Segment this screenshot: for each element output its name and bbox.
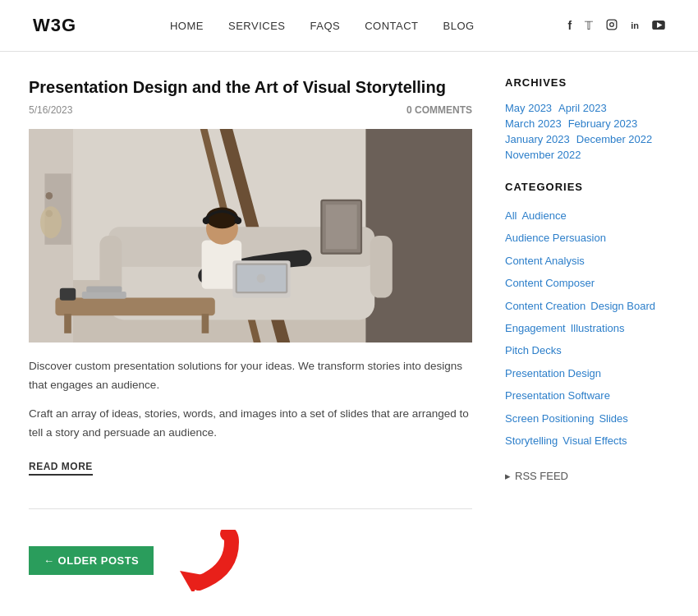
site-header: W3G HOME SERVICES FAQS CONTACT BLOG f 𝕋 … [0,0,698,52]
archive-jan-2023[interactable]: January 2023 [505,133,570,145]
article-title: Presentation Design and the Art of Visua… [29,76,472,98]
older-posts-row: ← OLDER POSTS [29,530,472,591]
cat-visual-effects[interactable]: Visual Effects [563,431,627,450]
cat-presentation-design[interactable]: Presentation Design [505,364,669,383]
youtube-icon[interactable] [652,20,665,32]
svg-point-2 [614,21,615,22]
cat-screen-positioning[interactable]: Screen Positioning [505,409,594,428]
older-posts-button[interactable]: ← OLDER POSTS [29,546,154,575]
nav-blog[interactable]: BLOG [443,20,475,32]
category-links: All Audience Audience Persuasion Content… [505,206,669,450]
read-more-link[interactable]: READ MORE [29,461,93,476]
page-content: Presentation Design and the Art of Visua… [12,52,686,616]
linkedin-icon[interactable]: in [631,21,639,30]
svg-point-12 [46,192,53,200]
article-meta: 5/16/2023 0 COMMENTS [29,104,472,116]
cat-all[interactable]: All [505,206,517,225]
archives-section: ARCHIVES May 2023 April 2023 March 2023 … [505,76,669,161]
svg-point-14 [40,206,62,238]
arrow-decoration [162,530,240,591]
archive-feb-2023[interactable]: February 2023 [568,117,638,130]
nav-faqs[interactable]: FAQS [310,20,341,32]
cat-content-creation[interactable]: Content Creation [505,297,585,315]
cat-content-analysis[interactable]: Content Analysis [505,251,669,270]
main-column: Presentation Design and the Art of Visua… [29,76,472,591]
svg-rect-19 [55,298,214,316]
categories-heading: CATEGORIES [505,181,669,198]
svg-rect-20 [64,314,71,333]
svg-rect-0 [607,20,617,30]
article-comments: 0 COMMENTS [406,104,472,116]
nav-contact[interactable]: CONTACT [365,20,418,32]
svg-point-29 [235,217,242,224]
twitter-icon[interactable]: 𝕋 [585,19,593,32]
cat-content-composer[interactable]: Content Composer [505,274,669,292]
svg-rect-21 [202,314,209,333]
categories-section: CATEGORIES All Audience Audience Persuas… [505,181,669,450]
cat-storytelling[interactable]: Storytelling [505,431,558,450]
article-body-2: Craft an array of ideas, stories, words,… [29,405,472,443]
cat-illustrations[interactable]: Illustrations [571,319,625,338]
nav-services[interactable]: SERVICES [228,20,286,32]
social-links: f 𝕋 in [568,19,665,33]
instagram-icon[interactable] [606,19,618,33]
svg-point-33 [257,274,266,283]
cat-pitch-decks[interactable]: Pitch Decks [505,341,669,360]
cat-audience-persuasion[interactable]: Audience Persuasion [505,228,669,247]
article-image [29,129,472,342]
archive-april-2023[interactable]: April 2023 [558,102,607,114]
site-logo[interactable]: W3G [33,15,76,36]
archive-links: May 2023 April 2023 March 2023 February … [505,102,669,161]
archive-dec-2022[interactable]: December 2022 [576,133,653,145]
blog-article: Presentation Design and the Art of Visua… [29,76,472,492]
svg-point-1 [610,22,614,26]
svg-rect-18 [370,236,393,298]
cat-slides[interactable]: Slides [599,409,627,428]
nav-home[interactable]: HOME [170,20,204,32]
svg-rect-24 [60,288,76,301]
archives-heading: ARCHIVES [505,76,669,94]
rss-section: ▸ RSS FEED [505,470,669,482]
main-nav: HOME SERVICES FAQS CONTACT BLOG [170,20,475,32]
svg-point-28 [203,217,210,224]
svg-rect-35 [326,205,357,249]
rss-link[interactable]: RSS FEED [515,470,568,482]
svg-rect-22 [82,292,126,299]
cat-design-board[interactable]: Design Board [590,297,655,315]
article-date: 5/16/2023 [29,104,72,116]
article-body-1: Discover custom presentation solutions f… [29,357,472,395]
cat-audience[interactable]: Audience [521,206,566,225]
sidebar: ARCHIVES May 2023 April 2023 March 2023 … [505,76,669,591]
section-divider [29,508,472,509]
archive-march-2023[interactable]: March 2023 [505,117,562,130]
svg-rect-23 [86,287,122,293]
archive-may-2023[interactable]: May 2023 [505,102,552,114]
archive-nov-2022[interactable]: November 2022 [505,149,581,161]
cat-presentation-software[interactable]: Presentation Software [505,386,669,405]
cat-engagement[interactable]: Engagement [505,319,566,338]
facebook-icon[interactable]: f [568,19,572,32]
rss-icon: ▸ [505,470,511,482]
